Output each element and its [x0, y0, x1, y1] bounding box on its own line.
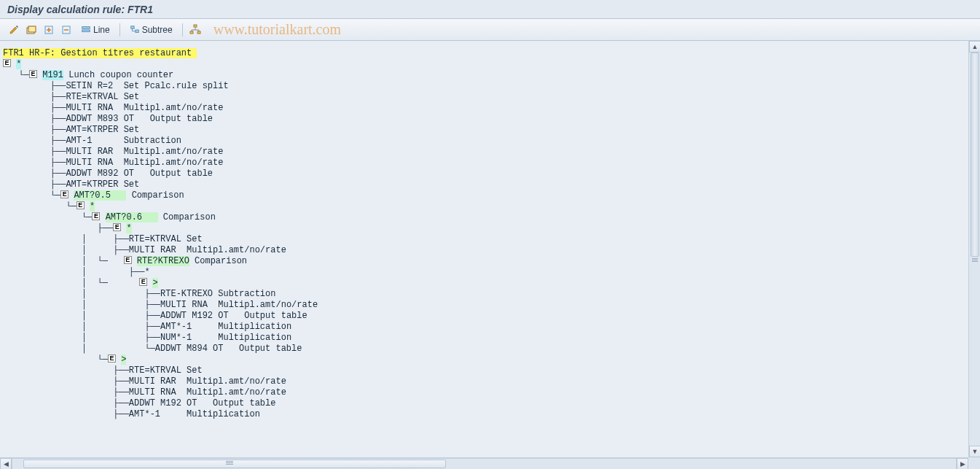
scroll-up-icon[interactable]: ▲ — [969, 41, 980, 53]
tree-row[interactable]: ├──RTE=KTRVAL Set — [3, 365, 965, 376]
expander-icon[interactable]: E — [108, 354, 116, 363]
tree-row[interactable]: └─E AMT?0.5 Comparison — [3, 190, 965, 201]
svg-rect-10 — [197, 31, 200, 34]
tree-row[interactable]: E * — [3, 59, 965, 70]
tree-row[interactable]: │ ├──RTE-KTREXO Subtraction — [3, 289, 965, 300]
scroll-thumb[interactable] — [23, 460, 446, 468]
expander-icon[interactable]: E — [3, 59, 11, 67]
collapse-icon[interactable] — [58, 22, 74, 38]
tree-node-text: MULTI RNA Multipl.amt/no/rate — [66, 103, 223, 113]
tree-node-code[interactable]: HR-F: Gestion titres restaurant — [24, 48, 197, 58]
expander-icon[interactable]: E — [113, 223, 121, 231]
tree-node-text: RTE=KTRVAL Set — [129, 234, 203, 244]
svg-rect-5 — [82, 30, 90, 32]
tree-node-code[interactable]: FTR1 — [3, 48, 24, 58]
tree-row[interactable]: ├──E * — [3, 223, 965, 234]
tree-node-text: AMT=KTRPER Set — [66, 125, 139, 135]
tree-row[interactable]: │ ├──NUM*-1 Multiplication — [3, 333, 965, 344]
tree-node-text: ADDWT M192 OT Output table — [160, 311, 307, 321]
tree-row[interactable]: ├──MULTI RNA Multipl.amt/no/rate — [3, 103, 965, 114]
tree-node-code[interactable]: AMT?0.6 — [106, 212, 158, 222]
tree-row[interactable]: ├──MULTI RNA Multipl.amt/no/rate — [3, 387, 965, 398]
expander-icon[interactable]: E — [124, 256, 132, 264]
tree-row[interactable]: │ └─ E RTE?KTREXO Comparison — [3, 256, 965, 267]
tree-row[interactable]: └─E M191 Lunch coupon counter — [3, 70, 965, 81]
tree-row[interactable]: │ └─ E > — [3, 278, 965, 289]
scroll-left-icon[interactable]: ◀ — [0, 458, 12, 469]
tree-node-text: MULTI RAR Multipl.amt/no/rate — [66, 147, 223, 157]
subtree-label: Subtree — [142, 25, 173, 35]
tree-row[interactable]: ├──AMT=KTRPER Set — [3, 179, 965, 190]
tree-node-text: * — [144, 267, 149, 277]
tree-row[interactable]: │ ├──AMT*-1 Multiplication — [3, 322, 965, 333]
tree-row[interactable]: ├──ADDWT M892 OT Output table — [3, 168, 965, 179]
tree-node-code[interactable]: * — [16, 59, 21, 69]
expand-icon[interactable] — [41, 22, 57, 38]
tree-row[interactable]: │ ├──MULTI RAR Multipl.amt/no/rate — [3, 245, 965, 256]
tree-node-code[interactable]: > — [152, 278, 157, 288]
tree-node-code[interactable]: M191 — [42, 70, 63, 80]
tree-row[interactable]: │ ├──RTE=KTRVAL Set — [3, 234, 965, 245]
svg-rect-7 — [136, 30, 138, 33]
tree-row[interactable]: ├──MULTI RNA Multipl.amt/no/rate — [3, 158, 965, 168]
toggle-display-icon[interactable] — [6, 22, 22, 38]
tree-node-text: AMT-1 Subtraction — [66, 136, 181, 146]
scroll-down-icon[interactable]: ▼ — [969, 446, 980, 457]
toolbar-separator — [182, 23, 183, 36]
tree-node-text: AMT*-1 Multiplication — [160, 322, 291, 332]
tree-node-code[interactable]: RTE?KTREXO — [137, 256, 189, 266]
scroll-right-icon[interactable]: ▶ — [957, 458, 968, 469]
subtree-button[interactable]: Subtree — [125, 22, 178, 38]
tree-node-text: SETIN R=2 Set Pcalc.rule split — [66, 81, 228, 91]
svg-rect-4 — [82, 26, 90, 28]
tree-node-code[interactable]: AMT?0.5 — [74, 190, 126, 201]
expander-icon[interactable]: E — [60, 190, 68, 198]
scroll-thumb[interactable] — [971, 53, 979, 257]
tree-row[interactable]: └─E * — [3, 201, 965, 212]
tree-row[interactable]: ├──RTE=KTRVAL Set — [3, 92, 965, 103]
svg-rect-6 — [130, 26, 133, 28]
tree-row[interactable]: ├──MULTI RAR Multipl.amt/no/rate — [3, 147, 965, 158]
tree-row[interactable]: ├──SETIN R=2 Set Pcalc.rule split — [3, 81, 965, 92]
horizontal-scrollbar[interactable]: ◀ ▶ — [0, 457, 968, 469]
tree-row[interactable]: ├──AMT*-1 Multiplication — [3, 409, 965, 420]
expander-icon[interactable]: E — [29, 70, 37, 78]
tree-node-text: ADDWT M892 OT Output table — [66, 168, 213, 179]
tree-node-text: MULTI RNA Multipl.amt/no/rate — [129, 387, 286, 398]
vertical-scrollbar[interactable]: ▲ ▼ — [968, 41, 980, 457]
tree-row[interactable]: ├──MULTI RAR Multipl.amt/no/rate — [3, 376, 965, 387]
expander-icon[interactable]: E — [92, 212, 100, 220]
tree-row[interactable]: │ ├──MULTI RNA Multipl.amt/no/rate — [3, 300, 965, 311]
tree-node-text: Comparison — [189, 256, 247, 266]
tree-row[interactable]: │ ├──ADDWT M192 OT Output table — [3, 311, 965, 322]
tree-node-text: Comparison — [158, 212, 216, 222]
tree-row[interactable]: │ ├──* — [3, 267, 965, 278]
content-area: FTR1 HR-F: Gestion titres restaurant E *… — [0, 41, 980, 469]
structure-icon[interactable] — [187, 22, 203, 38]
expander-icon[interactable]: E — [77, 201, 85, 209]
tree-node-code[interactable]: > — [121, 354, 126, 365]
tree-node-code[interactable]: * — [90, 201, 95, 212]
tree-view[interactable]: FTR1 HR-F: Gestion titres restaurant E *… — [0, 41, 968, 457]
other-schema-icon[interactable] — [23, 22, 39, 38]
tree-row[interactable]: ├──AMT-1 Subtraction — [3, 136, 965, 147]
tree-node-text: NUM*-1 Multiplication — [160, 333, 291, 343]
toolbar-separator — [119, 23, 120, 36]
tree-node-text: RTE=KTRVAL Set — [66, 92, 139, 102]
tree-node-code[interactable]: * — [126, 223, 131, 233]
tree-row[interactable]: ├──AMT=KTRPER Set — [3, 125, 965, 136]
tree-row[interactable]: └─E > — [3, 354, 965, 365]
expander-icon[interactable]: E — [139, 278, 147, 286]
line-button[interactable]: Line — [76, 22, 115, 38]
page-title: Display calculation rule: FTR1 — [7, 4, 153, 15]
tree-row[interactable]: │ └─ADDWT M894 OT Output table — [3, 344, 965, 354]
tree-row[interactable]: └─E AMT?0.6 Comparison — [3, 212, 965, 223]
tree-node-text: Lunch coupon counter — [63, 70, 173, 80]
svg-rect-1 — [28, 26, 36, 32]
tree-row[interactable]: ├──ADDWT M192 OT Output table — [3, 398, 965, 409]
tree-root[interactable]: FTR1 HR-F: Gestion titres restaurant — [3, 48, 965, 59]
toolbar: Line Subtree www.tutorialkart.com — [0, 19, 980, 41]
title-bar: Display calculation rule: FTR1 — [0, 0, 980, 19]
tree-node-text: AMT*-1 Multiplication — [129, 409, 260, 419]
tree-row[interactable]: ├──ADDWT M893 OT Output table — [3, 114, 965, 125]
